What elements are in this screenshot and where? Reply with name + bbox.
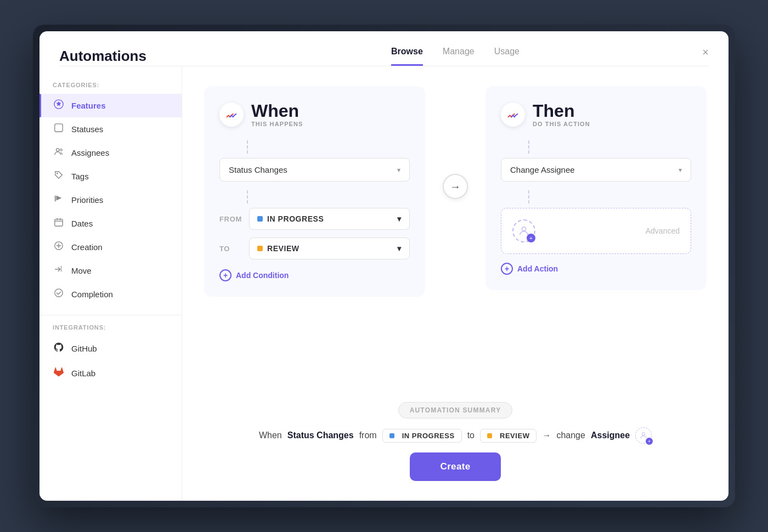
dates-label: Dates [71, 219, 93, 228]
svg-point-2 [57, 149, 59, 151]
sidebar-item-dates[interactable]: Dates [39, 212, 182, 235]
action-label: Change Assignee [510, 165, 575, 174]
priorities-label: Priorities [71, 195, 103, 205]
to-status-dot [257, 246, 263, 251]
sidebar-item-statuses[interactable]: Statuses [39, 117, 182, 141]
summary-text: When Status Changes from IN PROGRESS to … [259, 427, 652, 444]
sidebar-item-tags[interactable]: Tags [39, 165, 182, 188]
tab-usage[interactable]: Usage [494, 47, 519, 66]
advanced-link[interactable]: Advanced [646, 227, 680, 235]
svg-rect-6 [55, 219, 63, 227]
completion-icon [53, 288, 65, 301]
svg-rect-1 [55, 124, 63, 132]
sidebar-item-github[interactable]: GitHub [39, 336, 182, 361]
to-status-dropdown[interactable]: REVIEW ▾ [249, 237, 410, 259]
summary-label: AUTOMATION SUMMARY [398, 402, 513, 418]
svg-point-10 [55, 289, 63, 297]
summary-section: AUTOMATION SUMMARY When Status Changes f… [204, 389, 707, 481]
summary-action-word: change [556, 431, 585, 440]
add-condition-btn[interactable]: + Add Condition [219, 269, 410, 281]
summary-to-status: REVIEW [500, 432, 529, 440]
sidebar-item-creation[interactable]: Creation [39, 235, 182, 259]
action-dropdown[interactable]: Change Assignee ▾ [501, 158, 691, 182]
add-condition-label: Add Condition [236, 271, 289, 280]
action-chevron-icon: ▾ [679, 166, 682, 174]
tabs: Browse Manage Usage [202, 47, 709, 66]
sidebar-item-priorities[interactable]: Priorities [39, 188, 182, 212]
dashed-connector-when [247, 140, 410, 154]
features-label: Features [71, 101, 106, 110]
from-label: FROM [219, 215, 242, 223]
sidebar-item-completion[interactable]: Completion [39, 282, 182, 306]
integrations-label: INTEGRATIONS: [39, 324, 182, 331]
dashed-connector-assignee [528, 190, 691, 203]
svg-rect-7 [57, 218, 58, 220]
to-status-label: REVIEW [267, 244, 300, 253]
summary-assignee-avatar: + [635, 427, 652, 444]
from-row: FROM IN PROGRESS ▾ [219, 208, 410, 230]
sidebar-divider [39, 315, 182, 315]
sidebar: CATEGORIES: Features [39, 66, 182, 501]
arrow-button[interactable]: → [443, 174, 468, 199]
when-panel: When THIS HAPPENS Status Changes ▾ FROM [204, 86, 425, 297]
add-action-plus-icon: + [501, 263, 513, 275]
close-button[interactable]: × [702, 47, 709, 58]
then-sub-title: DO THIS ACTION [533, 121, 590, 127]
dashed-connector-then [528, 140, 691, 154]
gitlab-label: GitLab [71, 369, 95, 378]
completion-label: Completion [71, 290, 113, 299]
summary-to-dot [487, 433, 492, 438]
add-action-label: Add Action [517, 264, 558, 273]
from-chevron-icon: ▾ [397, 214, 402, 223]
summary-from-badge: IN PROGRESS [382, 429, 462, 443]
creation-icon [53, 241, 65, 253]
github-label: GitHub [71, 344, 97, 353]
then-panel-logo [501, 103, 525, 127]
trigger-dropdown[interactable]: Status Changes ▾ [219, 158, 410, 182]
to-label: TO [219, 245, 242, 253]
trigger-chevron-icon: ▾ [397, 166, 400, 174]
sidebar-item-gitlab[interactable]: GitLab [39, 361, 182, 386]
svg-point-14 [642, 433, 645, 435]
create-button[interactable]: Create [410, 452, 501, 481]
assignee-plus-icon: + [527, 234, 535, 242]
sidebar-item-features[interactable]: Features [39, 94, 182, 117]
arrow-connector: → [443, 174, 468, 199]
sidebar-item-move[interactable]: Move [39, 259, 182, 282]
summary-plus-icon: + [646, 438, 653, 445]
dashed-connector-from [247, 190, 410, 203]
then-title-block: Then DO THIS ACTION [533, 101, 590, 127]
assignee-avatar[interactable]: + [512, 219, 535, 242]
sidebar-item-assignees[interactable]: Assignees [39, 141, 182, 165]
then-main-title: Then [533, 101, 590, 121]
modal-title: Automations [59, 48, 202, 65]
tab-browse[interactable]: Browse [391, 47, 423, 66]
from-status-dropdown[interactable]: IN PROGRESS ▾ [249, 208, 410, 230]
add-action-btn[interactable]: + Add Action [501, 263, 691, 275]
gitlab-icon [53, 366, 65, 380]
svg-point-3 [60, 149, 63, 151]
when-panel-header: When THIS HAPPENS [219, 101, 410, 127]
summary-to-badge: REVIEW [480, 429, 537, 443]
tab-manage[interactable]: Manage [443, 47, 475, 66]
features-icon [53, 99, 65, 112]
priorities-icon [53, 194, 65, 206]
when-main-title: When [251, 101, 303, 121]
modal-wrapper: Automations Browse Manage Usage × CATEGO… [33, 25, 735, 507]
assignee-area: + Advanced [501, 208, 691, 254]
svg-rect-5 [55, 196, 56, 202]
summary-arrow-icon: → [542, 431, 551, 440]
svg-point-4 [57, 173, 58, 174]
when-panel-logo [219, 103, 244, 127]
trigger-label: Status Changes [229, 165, 287, 174]
modal: Automations Browse Manage Usage × CATEGO… [39, 31, 729, 501]
move-icon [53, 264, 65, 277]
when-title-block: When THIS HAPPENS [251, 101, 303, 127]
summary-from-word: from [359, 431, 377, 440]
add-condition-plus-icon: + [219, 269, 231, 281]
assignees-icon [53, 146, 65, 159]
from-status-label: IN PROGRESS [267, 214, 324, 223]
svg-point-13 [522, 227, 526, 231]
github-icon [53, 342, 65, 355]
statuses-label: Statuses [71, 124, 103, 134]
